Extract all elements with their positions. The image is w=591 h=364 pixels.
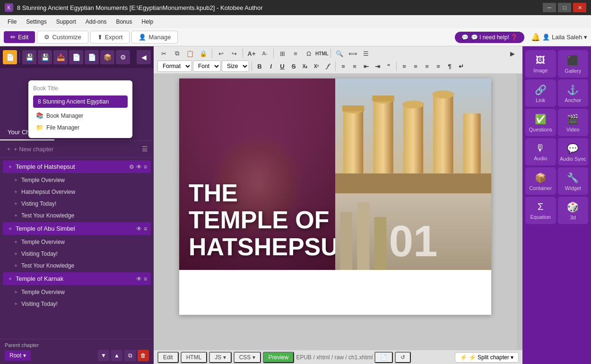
strikethrough-button[interactable]: S bbox=[288, 61, 299, 71]
audio-button[interactable]: 🎙 Audio bbox=[525, 138, 556, 165]
split-chapter-button[interactable]: ⚡ ⚡ Split chapter ▾ bbox=[455, 352, 519, 363]
code-button[interactable]: 𝑓 bbox=[322, 61, 333, 71]
menu-addons[interactable]: Add-ons bbox=[82, 17, 111, 26]
tab-js[interactable]: JS ▾ bbox=[209, 352, 231, 363]
refresh-button[interactable]: ↺ bbox=[395, 352, 411, 363]
equation-button[interactable]: Σ Equation bbox=[525, 197, 556, 224]
doc-icon-button[interactable]: 📄 bbox=[69, 50, 83, 64]
chapter-settings-button[interactable]: ⚙ bbox=[129, 164, 134, 170]
superscript-button[interactable]: X² bbox=[311, 61, 322, 71]
format-select[interactable]: Format bbox=[157, 61, 192, 72]
save-icon-button[interactable]: 💾 bbox=[22, 50, 36, 64]
chapter-visibility-button[interactable]: 👁 bbox=[136, 225, 142, 232]
tab-preview[interactable]: Preview bbox=[263, 352, 295, 363]
list-item[interactable]: ＋ Temple Overview bbox=[0, 174, 154, 186]
find-replace-button[interactable]: ⟺ bbox=[347, 48, 359, 59]
chapter-list-menu-icon[interactable]: ☰ bbox=[142, 145, 148, 153]
book-title-item[interactable]: 8 Stunning Ancient Egyptian bbox=[33, 95, 128, 108]
export-button[interactable]: ⬆ Export bbox=[90, 31, 130, 43]
menu-help[interactable]: Help bbox=[138, 17, 157, 26]
redo-button[interactable]: ↪ bbox=[228, 48, 240, 59]
collapse-sidebar-button[interactable]: ◀ bbox=[137, 50, 151, 64]
copy-button[interactable]: ⧉ bbox=[171, 48, 183, 59]
customize-button[interactable]: ⚙ Customize bbox=[37, 31, 88, 43]
font-select[interactable]: Font bbox=[193, 61, 221, 72]
tab-html[interactable]: HTML bbox=[181, 352, 208, 363]
new-chapter-button[interactable]: ＋ + New chapter bbox=[6, 145, 53, 153]
file-manager-item[interactable]: 📁 File Manager bbox=[33, 121, 128, 133]
blockquote-button[interactable]: " bbox=[383, 61, 394, 71]
bold-button[interactable]: B bbox=[254, 61, 265, 71]
menu-bonus[interactable]: Bonus bbox=[112, 17, 136, 26]
minimize-button[interactable]: ─ bbox=[543, 3, 556, 12]
subscript-button[interactable]: X₂ bbox=[300, 61, 310, 71]
expand-panel-button[interactable]: ▶ bbox=[506, 48, 519, 59]
list-item[interactable]: ＋ Visting Today! bbox=[0, 198, 154, 209]
manage-button[interactable]: 👤 Manage bbox=[131, 31, 178, 43]
chapter-menu-button[interactable]: ≡ bbox=[144, 276, 147, 282]
page-content-area[interactable]: THE TEMPLE OF HATSHEPSUT bbox=[154, 74, 517, 350]
list-item[interactable]: ＋ Visiting Today! bbox=[0, 248, 154, 260]
menu-support[interactable]: Support bbox=[52, 17, 80, 26]
delete-button[interactable]: 🗑 bbox=[138, 350, 149, 361]
menu-settings[interactable]: Settings bbox=[22, 17, 50, 26]
table-button[interactable]: ⊞ bbox=[276, 48, 288, 59]
find-button[interactable]: 🔍 bbox=[333, 48, 346, 59]
unordered-list-button[interactable]: ≡ bbox=[338, 61, 348, 71]
size-select[interactable]: Size bbox=[222, 61, 249, 72]
chapter-visibility-button[interactable]: 👁 bbox=[136, 164, 142, 170]
list-item[interactable]: ＋ Temple Overview bbox=[0, 286, 154, 298]
duplicate-button[interactable]: ⧉ bbox=[124, 350, 136, 361]
chapter-abu-simbel-header[interactable]: ＋ Temple of Abu Simbel 👁 ≡ bbox=[3, 222, 151, 235]
widget-button[interactable]: 🔧 Widget bbox=[558, 167, 589, 195]
more-button[interactable]: ☰ bbox=[360, 48, 372, 59]
help-button[interactable]: 💬 💬 I need help! ❓ bbox=[455, 32, 524, 43]
import-icon-button[interactable]: 📥 bbox=[53, 50, 68, 64]
anchor-button[interactable]: ⚓ Anchor bbox=[558, 79, 589, 107]
special-chars-button[interactable]: Ω bbox=[303, 48, 315, 59]
move-down-button[interactable]: ▼ bbox=[98, 350, 109, 361]
cut-button[interactable]: ✂ bbox=[157, 48, 170, 59]
list-item[interactable]: ＋ Visiting Today! bbox=[0, 298, 154, 310]
container-button[interactable]: 📦 Container bbox=[525, 167, 556, 195]
edit-button[interactable]: ✏ Edit bbox=[4, 31, 35, 43]
chapter-hatshepsut-header[interactable]: ＋ Temple of Hatshepsut ⚙ 👁 ≡ bbox=[3, 160, 151, 173]
gallery-button[interactable]: ⬛ Gallery bbox=[558, 50, 589, 78]
undo-button[interactable]: ↩ bbox=[215, 48, 227, 59]
root-selector-button[interactable]: Root ▾ bbox=[5, 350, 31, 361]
chapter-menu-button[interactable]: ≡ bbox=[144, 164, 147, 170]
align-right-button[interactable]: ≡ bbox=[422, 61, 432, 71]
pages-icon-button[interactable]: 📄 bbox=[3, 50, 17, 64]
chapter-karnak-header[interactable]: ＋ Temple of Karnak 👁 ≡ bbox=[3, 272, 151, 285]
close-button[interactable]: ✕ bbox=[573, 3, 586, 12]
threed-button[interactable]: 🎲 3d bbox=[558, 197, 589, 224]
underline-button[interactable]: U bbox=[277, 61, 287, 71]
font-size-down-button[interactable]: A- bbox=[259, 48, 271, 59]
settings-icon-button[interactable]: ⚙ bbox=[116, 50, 130, 64]
list-item[interactable]: ＋ Test Your Knowledge bbox=[0, 209, 154, 221]
archive-icon-button[interactable]: 📦 bbox=[100, 50, 114, 64]
align-justify-button[interactable]: ≡ bbox=[433, 61, 443, 71]
menu-file[interactable]: File bbox=[4, 17, 20, 26]
font-size-up-button[interactable]: A+ bbox=[245, 48, 258, 59]
save-as-icon-button[interactable]: 💾 bbox=[38, 50, 52, 64]
maximize-button[interactable]: □ bbox=[558, 3, 571, 12]
user-menu-button[interactable]: 👤 Laila Saleh ▾ bbox=[542, 34, 587, 41]
chapter-menu-button[interactable]: ≡ bbox=[144, 225, 147, 232]
list-item[interactable]: ＋ Temple Overview bbox=[0, 236, 154, 248]
link-button[interactable]: 🔗 Link bbox=[525, 79, 556, 107]
video-button[interactable]: 🎬 Video bbox=[558, 109, 589, 136]
notifications-icon[interactable]: 🔔 bbox=[531, 33, 540, 42]
audio-sync-button[interactable]: 💬 Audio Sync bbox=[558, 138, 589, 165]
html-insert-button[interactable]: HTML bbox=[316, 48, 328, 59]
list-button[interactable]: ≡ bbox=[289, 48, 302, 59]
tab-edit[interactable]: Edit bbox=[157, 352, 179, 363]
align-center-button[interactable]: ≡ bbox=[410, 61, 421, 71]
list-item[interactable]: ＋ Hatshepsut Overview bbox=[0, 186, 154, 198]
file-icon-button[interactable]: 📄 bbox=[374, 352, 393, 363]
scroll-bar-area[interactable] bbox=[517, 74, 522, 350]
questions-button[interactable]: ✅ Questions bbox=[525, 109, 556, 136]
paste-button[interactable]: 📋 bbox=[184, 48, 196, 59]
doc2-icon-button[interactable]: 📄 bbox=[85, 50, 99, 64]
tab-css[interactable]: CSS ▾ bbox=[234, 352, 261, 363]
